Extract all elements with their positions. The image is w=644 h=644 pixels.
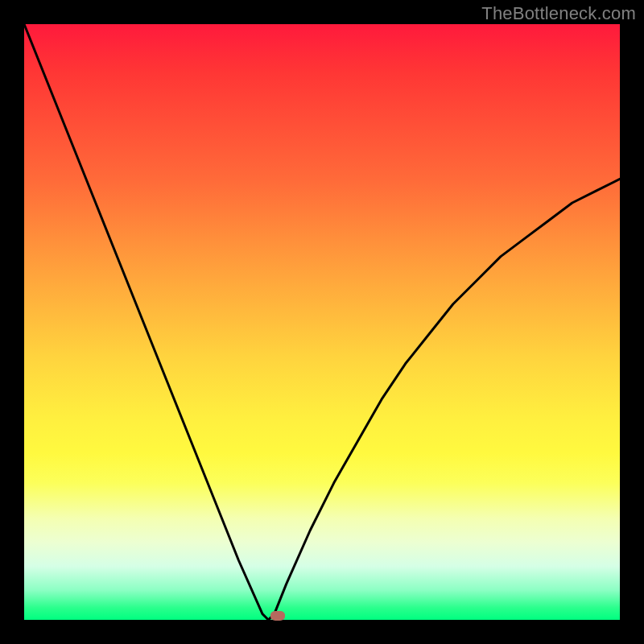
optimal-marker (270, 611, 285, 621)
chart-frame: TheBottleneck.com (0, 0, 644, 644)
bottleneck-curve (24, 24, 620, 620)
curve-path (24, 24, 620, 620)
watermark-text: TheBottleneck.com (481, 3, 636, 24)
plot-area (24, 24, 620, 620)
